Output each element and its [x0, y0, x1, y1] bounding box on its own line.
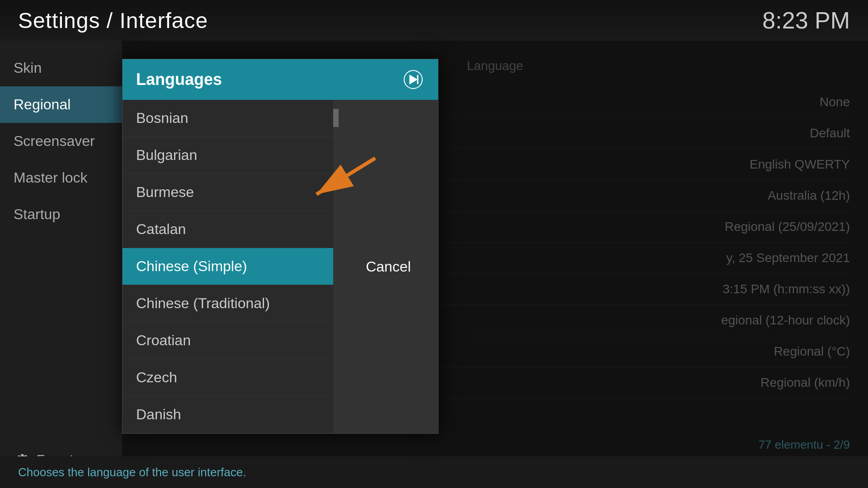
language-item-czech[interactable]: Czech — [123, 359, 333, 396]
sidebar: Skin Regional Screensaver Master lock St… — [0, 41, 122, 488]
cancel-button[interactable]: Cancel — [352, 249, 425, 284]
language-item-chinese-traditional[interactable]: Chinese (Traditional) — [123, 285, 333, 322]
language-item-burmese[interactable]: Burmese — [123, 174, 333, 211]
modal-title: Languages — [136, 70, 222, 89]
header: Settings / Interface 8:23 PM — [0, 0, 868, 41]
sidebar-item-screensaver[interactable]: Screensaver — [0, 123, 122, 160]
language-list: Bosnian Bulgarian Burmese Catalan Chines… — [123, 100, 333, 433]
description-text: Chooses the language of the user interfa… — [18, 465, 246, 479]
cancel-area: Cancel — [339, 100, 438, 433]
language-item-chinese-simple[interactable]: Chinese (Simple) — [123, 248, 333, 285]
sidebar-item-master-lock[interactable]: Master lock — [0, 160, 122, 196]
clock: 8:23 PM — [762, 7, 850, 34]
page-title: Settings / Interface — [18, 8, 208, 33]
description-bar: Chooses the language of the user interfa… — [0, 456, 868, 488]
language-item-bulgarian[interactable]: Bulgarian — [123, 137, 333, 174]
scrollbar-track[interactable] — [333, 100, 339, 433]
svg-marker-1 — [410, 75, 418, 84]
kodi-logo-icon — [403, 70, 423, 89]
sidebar-item-regional[interactable]: Regional — [0, 86, 122, 123]
modal-body: Bosnian Bulgarian Burmese Catalan Chines… — [123, 100, 438, 433]
scrollbar-thumb[interactable] — [333, 109, 339, 127]
language-item-danish[interactable]: Danish — [123, 396, 333, 433]
modal-overlay: Languages Bosnian Bulgarian Burmese — [122, 41, 868, 456]
sidebar-item-skin[interactable]: Skin — [0, 50, 122, 86]
languages-modal: Languages Bosnian Bulgarian Burmese — [122, 59, 439, 434]
language-item-croatian[interactable]: Croatian — [123, 322, 333, 359]
modal-close-button[interactable] — [402, 68, 425, 91]
language-item-bosnian[interactable]: Bosnian — [123, 100, 333, 137]
sidebar-item-startup[interactable]: Startup — [0, 196, 122, 233]
language-item-catalan[interactable]: Catalan — [123, 211, 333, 248]
modal-header: Languages — [123, 59, 438, 100]
